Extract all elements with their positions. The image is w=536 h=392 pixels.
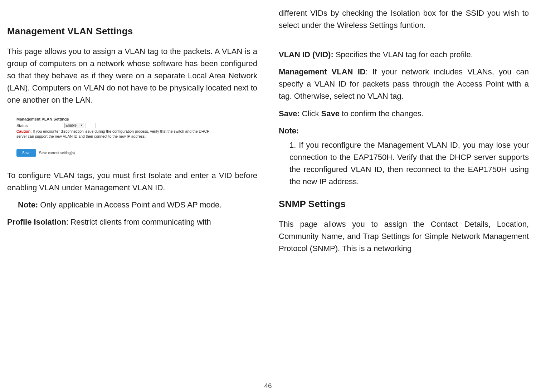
ss-panel-title: Management VLAN Settings xyxy=(16,117,213,121)
save-label: Save: xyxy=(279,109,300,118)
page-number: 46 xyxy=(264,382,272,390)
right-column: different VIDs by checking the Isolation… xyxy=(279,7,529,260)
ss-vlan-input[interactable] xyxy=(86,123,96,128)
save-bold: Save xyxy=(321,109,340,118)
ss-caution-text: Caution: If you encounter disconnection … xyxy=(16,129,213,139)
ss-status-label: Status xyxy=(16,123,63,128)
mgmt-vlan-intro: This page allows you to assign a VLAN ta… xyxy=(7,45,257,106)
ss-save-row: Save Save current setting(s) xyxy=(16,149,213,157)
page-columns: Management VLAN Settings This page allow… xyxy=(7,0,529,260)
left-column: Management VLAN Settings This page allow… xyxy=(7,7,257,260)
note-heading: Note: xyxy=(279,125,529,137)
mgmt-vlan-id-label: Management VLAN ID xyxy=(279,67,366,76)
vlan-settings-screenshot: Management VLAN Settings Status Enable ▼… xyxy=(14,115,215,158)
note-item-1: 1. If you reconfigure the Management VLA… xyxy=(279,139,529,188)
profile-isolation-text: : Restrict clients from communicating wi… xyxy=(66,217,211,226)
save-text-post: to confirm the changes. xyxy=(340,109,424,118)
mgmt-vlan-heading: Management VLAN Settings xyxy=(7,26,257,37)
profile-isolation-continued: different VIDs by checking the Isolation… xyxy=(279,7,529,31)
ss-caution-row: Caution: If you encounter disconnection … xyxy=(16,129,213,139)
note-text: Only applicable in Access Point and WDS … xyxy=(38,200,221,209)
ss-status-value: Enable xyxy=(65,123,77,127)
vlan-id-text: Specifies the VLAN tag for each profile. xyxy=(333,50,473,59)
snmp-heading: SNMP Settings xyxy=(279,199,529,210)
ss-status-select[interactable]: Enable ▼ xyxy=(64,123,84,128)
note-label-right: Note: xyxy=(279,126,299,135)
ss-save-button[interactable]: Save xyxy=(16,149,36,157)
config-instruction: To configure VLAN tags, you must first I… xyxy=(7,170,257,194)
snmp-intro: This page allows you to assign the Conta… xyxy=(279,218,529,255)
mgmt-vlan-id-para: Management VLAN ID: If your network incl… xyxy=(279,66,529,102)
ss-status-row: Status Enable ▼ xyxy=(16,123,213,128)
vlan-id-label: VLAN ID (VID): xyxy=(279,50,333,59)
profile-isolation-label: Profile Isolation xyxy=(7,217,66,226)
ss-caution-body: If you encounter disconnection issue dur… xyxy=(16,129,209,138)
ss-caution-label: Caution: xyxy=(16,129,32,133)
save-text-pre: Click xyxy=(300,109,321,118)
note-label: Note: xyxy=(18,200,38,209)
vlan-id-para: VLAN ID (VID): Specifies the VLAN tag fo… xyxy=(279,49,529,61)
profile-isolation-para: Profile Isolation: Restrict clients from… xyxy=(7,216,257,228)
ap-mode-note: Note: Only applicable in Access Point an… xyxy=(7,199,257,211)
ss-save-hint: Save current setting(s) xyxy=(39,151,75,155)
chevron-down-icon: ▼ xyxy=(80,124,83,127)
save-para: Save: Click Save to confirm the changes. xyxy=(279,108,529,120)
